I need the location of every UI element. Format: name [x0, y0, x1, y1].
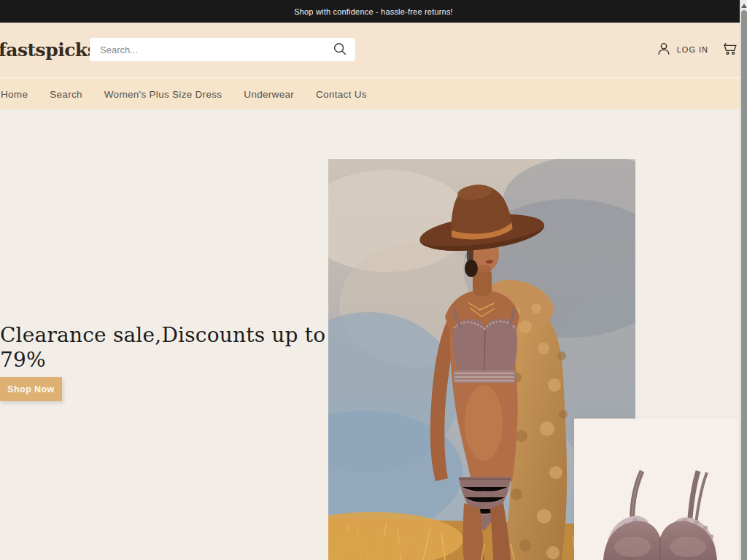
search-input[interactable] [90, 38, 355, 61]
account-area: LOG IN [656, 23, 738, 77]
main-nav: Home Search Women's Plus Size Dress Unde… [0, 77, 747, 109]
scrollbar-thumb[interactable] [741, 10, 747, 560]
search-bar [90, 38, 355, 61]
store-logo[interactable]: fastspicks [0, 39, 97, 61]
person-icon [656, 41, 672, 59]
hero-section: Clearance sale,Discounts up to 79% Shop … [0, 109, 747, 560]
header: fastspicks LOG IN [0, 23, 747, 77]
scrollbar-up-arrow[interactable] [741, 3, 747, 9]
nav-item-contact-us[interactable]: Contact Us [316, 89, 367, 100]
nav-item-womens-plus-size-dress[interactable]: Women's Plus Size Dress [104, 89, 222, 100]
nav-item-search[interactable]: Search [50, 89, 82, 100]
cart-icon [722, 41, 738, 59]
nav-item-underwear[interactable]: Underwear [244, 89, 294, 100]
announcement-text: Shop with confidence - hassle-free retur… [294, 7, 453, 16]
cart-button[interactable] [722, 41, 738, 59]
account-button[interactable] [656, 41, 672, 59]
hero-heading: Clearance sale,Discounts up to 79% [0, 323, 336, 372]
announcement-bar: Shop with confidence - hassle-free retur… [0, 0, 747, 23]
page-scrollbar[interactable] [740, 0, 747, 560]
search-submit-button[interactable] [330, 40, 349, 59]
login-link[interactable]: LOG IN [677, 45, 708, 54]
shop-now-button[interactable]: Shop Now [0, 377, 62, 401]
nav-item-home[interactable]: Home [1, 89, 28, 100]
search-icon [332, 41, 348, 59]
product-image-bra [574, 419, 739, 560]
